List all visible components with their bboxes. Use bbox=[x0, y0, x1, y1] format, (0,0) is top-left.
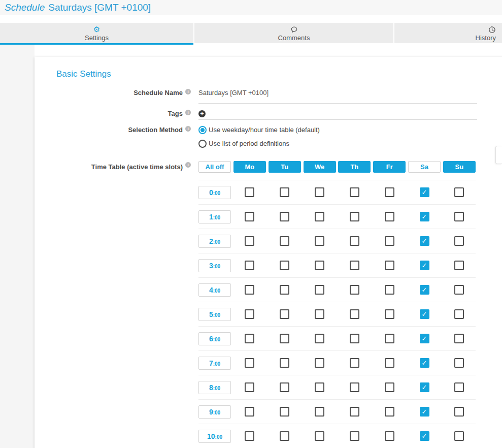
checkbox-su-6[interactable] bbox=[454, 334, 464, 343]
checkbox-th-5[interactable] bbox=[350, 309, 359, 319]
time-button-10[interactable]: 10:00 bbox=[198, 430, 231, 443]
checkbox-we-5[interactable] bbox=[315, 309, 324, 319]
checkbox-tu-9[interactable] bbox=[280, 407, 289, 417]
day-button-mo[interactable]: Mo bbox=[233, 161, 266, 173]
checkbox-mo-9[interactable] bbox=[245, 407, 254, 417]
checkbox-su-3[interactable] bbox=[454, 261, 464, 270]
time-button-6[interactable]: 6:00 bbox=[198, 332, 231, 345]
radio-selected-icon[interactable] bbox=[198, 126, 207, 134]
tab-comments[interactable]: Comments bbox=[194, 23, 393, 43]
checkbox-su-9[interactable] bbox=[454, 407, 464, 417]
checkbox-we-0[interactable] bbox=[315, 187, 324, 197]
radio-option-periods[interactable]: Use list of period definitions bbox=[198, 139, 477, 149]
checkbox-tu-0[interactable] bbox=[280, 187, 289, 197]
day-button-su[interactable]: Su bbox=[443, 161, 476, 173]
checkbox-su-5[interactable] bbox=[454, 309, 464, 319]
time-button-0[interactable]: 0:00 bbox=[198, 186, 231, 199]
time-button-8[interactable]: 8:00 bbox=[198, 381, 231, 394]
all-off-button[interactable]: All off bbox=[198, 161, 231, 173]
checkbox-checked-sa-1[interactable]: ✓ bbox=[420, 212, 429, 221]
checkbox-checked-sa-6[interactable]: ✓ bbox=[420, 334, 429, 343]
checkbox-th-3[interactable] bbox=[350, 261, 359, 270]
plus-circle-icon[interactable]: + bbox=[198, 110, 206, 117]
checkbox-tu-5[interactable] bbox=[280, 309, 289, 319]
right-flyout-handle[interactable] bbox=[495, 146, 502, 164]
checkbox-tu-10[interactable] bbox=[280, 431, 289, 441]
checkbox-we-2[interactable] bbox=[315, 236, 324, 246]
time-button-3[interactable]: 3:00 bbox=[198, 259, 231, 272]
checkbox-tu-1[interactable] bbox=[280, 212, 289, 221]
checkbox-tu-8[interactable] bbox=[280, 382, 289, 392]
day-button-sa[interactable]: Sa bbox=[408, 161, 441, 173]
time-button-2[interactable]: 2:00 bbox=[198, 235, 231, 248]
checkbox-fr-8[interactable] bbox=[385, 382, 394, 392]
day-button-tu[interactable]: Tu bbox=[269, 161, 301, 173]
checkbox-we-1[interactable] bbox=[315, 212, 324, 221]
checkbox-su-0[interactable] bbox=[454, 187, 464, 197]
checkbox-checked-sa-2[interactable]: ✓ bbox=[420, 236, 429, 246]
checkbox-su-7[interactable] bbox=[454, 358, 464, 368]
checkbox-we-8[interactable] bbox=[315, 382, 324, 392]
checkbox-fr-1[interactable] bbox=[385, 212, 394, 221]
checkbox-we-9[interactable] bbox=[315, 407, 324, 417]
checkbox-th-1[interactable] bbox=[350, 212, 359, 221]
time-button-5[interactable]: 5:00 bbox=[198, 308, 231, 321]
checkbox-su-8[interactable] bbox=[454, 382, 464, 392]
checkbox-mo-0[interactable] bbox=[245, 187, 254, 197]
checkbox-th-2[interactable] bbox=[350, 236, 359, 246]
checkbox-fr-6[interactable] bbox=[385, 334, 394, 343]
tab-history[interactable]: History bbox=[394, 23, 502, 43]
checkbox-checked-sa-7[interactable]: ✓ bbox=[420, 358, 429, 368]
checkbox-mo-5[interactable] bbox=[245, 309, 254, 319]
checkbox-fr-0[interactable] bbox=[385, 187, 394, 197]
checkbox-mo-6[interactable] bbox=[245, 334, 254, 343]
checkbox-checked-sa-0[interactable]: ✓ bbox=[420, 187, 429, 197]
tab-settings[interactable]: ⚙ Settings bbox=[0, 23, 193, 45]
checkbox-we-3[interactable] bbox=[315, 261, 324, 270]
time-button-4[interactable]: 4:00 bbox=[198, 283, 231, 297]
info-icon[interactable]: i bbox=[185, 162, 191, 168]
checkbox-we-4[interactable] bbox=[315, 285, 324, 295]
checkbox-th-6[interactable] bbox=[350, 334, 359, 343]
checkbox-mo-8[interactable] bbox=[245, 382, 254, 392]
checkbox-tu-6[interactable] bbox=[280, 334, 289, 343]
checkbox-mo-4[interactable] bbox=[245, 285, 254, 295]
checkbox-fr-9[interactable] bbox=[385, 407, 394, 417]
checkbox-fr-10[interactable] bbox=[385, 431, 394, 441]
checkbox-checked-sa-9[interactable]: ✓ bbox=[420, 407, 429, 417]
checkbox-mo-2[interactable] bbox=[245, 236, 254, 246]
checkbox-th-0[interactable] bbox=[350, 187, 359, 197]
checkbox-mo-10[interactable] bbox=[245, 431, 254, 441]
schedule-name-field[interactable]: Saturdays [GMT +0100] bbox=[198, 88, 477, 104]
checkbox-th-10[interactable] bbox=[350, 431, 359, 441]
checkbox-su-2[interactable] bbox=[454, 236, 464, 246]
checkbox-we-7[interactable] bbox=[315, 358, 324, 368]
time-button-1[interactable]: 1:00 bbox=[198, 210, 231, 223]
checkbox-su-1[interactable] bbox=[454, 212, 464, 221]
radio-option-timetable[interactable]: Use weekday/hour time table (default) bbox=[198, 125, 477, 135]
checkbox-checked-sa-4[interactable]: ✓ bbox=[420, 285, 429, 295]
info-icon[interactable]: i bbox=[185, 110, 191, 115]
checkbox-tu-4[interactable] bbox=[280, 285, 289, 295]
checkbox-mo-3[interactable] bbox=[245, 261, 254, 270]
day-button-th[interactable]: Th bbox=[338, 161, 371, 173]
checkbox-su-10[interactable] bbox=[454, 431, 464, 441]
checkbox-mo-7[interactable] bbox=[245, 358, 254, 368]
time-button-9[interactable]: 9:00 bbox=[198, 405, 231, 419]
checkbox-mo-1[interactable] bbox=[245, 212, 254, 221]
checkbox-th-8[interactable] bbox=[350, 382, 359, 392]
tags-field[interactable]: + bbox=[198, 109, 477, 120]
checkbox-we-6[interactable] bbox=[315, 334, 324, 343]
checkbox-fr-2[interactable] bbox=[385, 236, 394, 246]
checkbox-fr-4[interactable] bbox=[385, 285, 394, 295]
info-icon[interactable]: i bbox=[185, 89, 191, 94]
checkbox-fr-7[interactable] bbox=[385, 358, 394, 368]
day-button-fr[interactable]: Fr bbox=[373, 161, 406, 173]
checkbox-checked-sa-8[interactable]: ✓ bbox=[420, 382, 429, 392]
checkbox-we-10[interactable] bbox=[315, 431, 324, 441]
checkbox-th-4[interactable] bbox=[350, 285, 359, 295]
checkbox-th-9[interactable] bbox=[350, 407, 359, 417]
info-icon[interactable]: i bbox=[185, 126, 191, 132]
checkbox-fr-5[interactable] bbox=[385, 309, 394, 319]
checkbox-su-4[interactable] bbox=[454, 285, 464, 295]
